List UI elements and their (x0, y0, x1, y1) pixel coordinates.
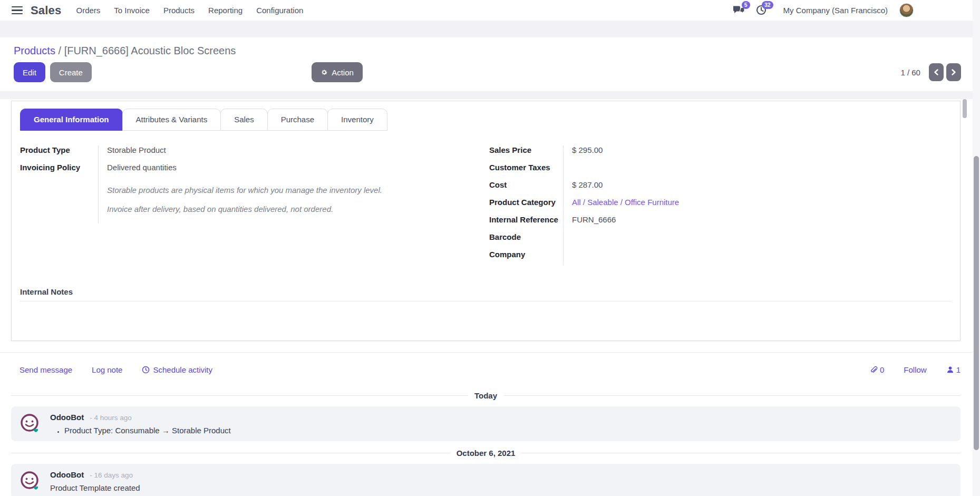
product-type-help-text: Storable products are physical items for… (98, 184, 382, 203)
tab-attributes-variants[interactable]: Attributes & Variants (122, 109, 221, 131)
field-barcode: Barcode (489, 231, 952, 249)
odoobot-avatar (20, 413, 41, 435)
action-button-label: Action (332, 68, 354, 77)
message-author: OdooBot (50, 413, 84, 422)
field-value (563, 162, 572, 179)
user-avatar[interactable] (899, 3, 914, 17)
field-label: Company (489, 249, 563, 266)
field-label: Cost (489, 179, 563, 197)
paperclip-icon (869, 366, 878, 374)
follow-button[interactable]: Follow (904, 365, 926, 374)
pager-previous-button[interactable] (929, 63, 944, 81)
date-divider-october: October 6, 2021 (11, 449, 960, 458)
pager-counter: 1 / 60 (900, 68, 920, 77)
schedule-clock-icon (142, 366, 150, 374)
page-gap-strip (0, 21, 980, 37)
field-product-type: Product Type Storable Product (20, 144, 410, 162)
gear-icon (321, 69, 328, 76)
create-button[interactable]: Create (50, 62, 92, 82)
form-right-column: Sales Price $ 295.00 Customer Taxes Cost… (489, 144, 952, 266)
followers-button[interactable]: 1 (946, 365, 960, 374)
odoobot-avatar (20, 470, 41, 492)
messages-icon[interactable]: 5 (732, 4, 746, 17)
nav-item-orders[interactable]: Orders (70, 0, 108, 21)
pager-next-button[interactable] (946, 63, 961, 81)
field-invoicing-policy: Invoicing Policy Delivered quantities (20, 162, 410, 179)
content-scrollbar-thumb[interactable] (963, 99, 967, 118)
page-gap-strip-2 (0, 91, 980, 99)
field-label: Invoicing Policy (20, 162, 98, 179)
message-row: OdooBot - 16 days ago Product Template c… (11, 464, 960, 496)
nav-item-configuration[interactable]: Configuration (249, 0, 310, 21)
breadcrumb: Products / [FURN_6666] Acoustic Bloc Scr… (14, 45, 961, 57)
internal-notes-divider (20, 301, 952, 302)
page-scrollbar-thumb[interactable] (974, 156, 979, 450)
field-product-category: Product Category All / Saleable / Office… (489, 197, 952, 214)
field-value (563, 249, 572, 266)
field-sales-price: Sales Price $ 295.00 (489, 144, 952, 162)
date-divider-today: Today (11, 391, 960, 400)
control-panel: Products / [FURN_6666] Acoustic Bloc Scr… (0, 37, 980, 91)
field-customer-taxes: Customer Taxes (489, 162, 952, 179)
follower-count: 1 (956, 365, 960, 374)
form-sheet: General Information Attributes & Variant… (11, 101, 960, 341)
internal-notes-section: Internal Notes (12, 287, 960, 302)
breadcrumb-current: [FURN_6666] Acoustic Bloc Screens (64, 45, 236, 56)
form-fields: Product Type Storable Product Invoicing … (12, 131, 960, 266)
activities-clock-icon[interactable]: 32 (755, 4, 769, 17)
tracking-change-item: Product Type: Consumable → Storable Prod… (64, 426, 952, 435)
nav-item-products[interactable]: Products (157, 0, 201, 21)
field-label: Product Type (20, 144, 98, 162)
attachments-button[interactable]: 0 (869, 365, 884, 374)
message-content: Product Type: Consumable → Storable Prod… (50, 426, 952, 435)
notebook-tabs: General Information Attributes & Variant… (12, 101, 960, 131)
schedule-activity-button[interactable]: Schedule activity (142, 365, 212, 374)
message-row: OdooBot - 4 hours ago Product Type: Cons… (11, 406, 960, 441)
chatter: Send message Log note Schedule activity … (0, 352, 980, 496)
field-cost: Cost $ 287.00 (489, 179, 952, 197)
field-value (563, 231, 572, 249)
field-company: Company (489, 249, 952, 266)
chevron-right-icon (951, 69, 956, 75)
content-area: General Information Attributes & Variant… (0, 99, 980, 341)
invoicing-policy-help-text: Invoice after delivery, based on quantit… (98, 203, 333, 222)
field-label: Sales Price (489, 144, 563, 162)
field-internal-reference: Internal Reference FURN_6666 (489, 214, 952, 231)
log-note-button[interactable]: Log note (92, 365, 122, 374)
field-value: FURN_6666 (563, 214, 616, 231)
company-switcher[interactable]: My Company (San Francisco) (783, 6, 888, 15)
page-scrollbar-track (973, 0, 980, 496)
nav-item-reporting[interactable]: Reporting (201, 0, 249, 21)
message-author: OdooBot (50, 470, 84, 479)
field-label: Internal Reference (489, 214, 563, 231)
edit-button[interactable]: Edit (14, 62, 45, 82)
message-timestamp: - 16 days ago (90, 471, 133, 479)
message-timestamp: - 4 hours ago (90, 414, 132, 422)
attachment-count: 0 (880, 365, 884, 374)
action-button[interactable]: Action (312, 62, 363, 82)
top-navbar: Sales Orders To Invoice Products Reporti… (0, 0, 980, 21)
nav-item-to-invoice[interactable]: To Invoice (107, 0, 157, 21)
chevron-left-icon (934, 69, 939, 75)
product-category-link[interactable]: All / Saleable / Office Furniture (563, 197, 679, 214)
date-label: October 6, 2021 (457, 449, 516, 458)
apps-menu-icon[interactable] (12, 6, 23, 15)
follower-person-icon (946, 366, 954, 374)
tab-inventory[interactable]: Inventory (327, 109, 387, 131)
send-message-button[interactable]: Send message (20, 365, 72, 374)
field-label: Customer Taxes (489, 162, 563, 179)
field-value: $ 287.00 (563, 179, 603, 197)
tab-sales[interactable]: Sales (220, 109, 268, 131)
tab-general-information[interactable]: General Information (20, 109, 123, 131)
help-text-row: Storable products are physical items for… (20, 184, 410, 203)
systray: 5 32 My Company (San Francisco) (727, 3, 914, 17)
field-label: Product Category (489, 197, 563, 214)
form-left-column: Product Type Storable Product Invoicing … (20, 144, 410, 266)
field-value: Delivered quantities (98, 162, 177, 179)
message-content: Product Template created (50, 483, 952, 492)
breadcrumb-products-link[interactable]: Products (14, 45, 55, 56)
field-value: $ 295.00 (563, 144, 603, 162)
app-brand[interactable]: Sales (31, 4, 62, 17)
tab-purchase[interactable]: Purchase (267, 109, 328, 131)
chatter-toolbar: Send message Log note Schedule activity … (0, 353, 980, 384)
